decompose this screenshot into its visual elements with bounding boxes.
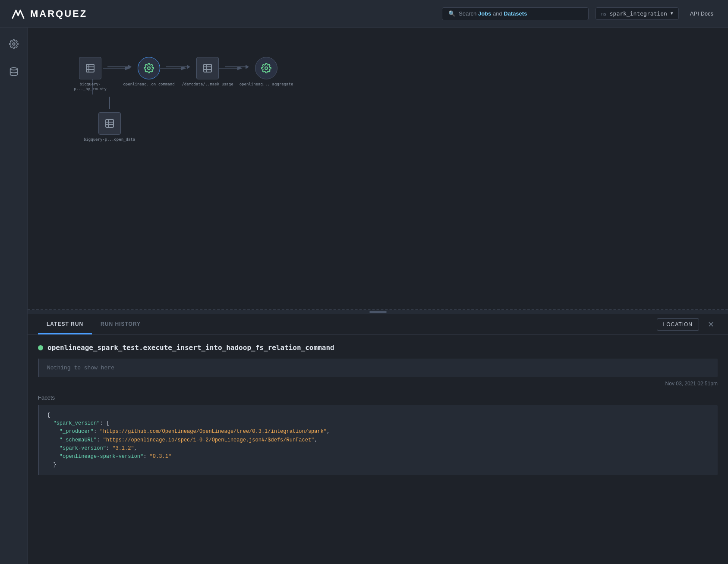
dag-line-3 [225, 66, 246, 67]
svg-rect-17 [106, 120, 113, 127]
dag-line-1 [107, 66, 128, 67]
job-icon-2 [144, 63, 154, 73]
dag-node-box-2[interactable] [138, 57, 160, 79]
timestamp-row: Nov 03, 2021 02:51pm [38, 381, 718, 387]
header: MARQUEZ 🔍 Search Jobs and Datasets ns sp… [0, 0, 728, 28]
panel-resize-handle[interactable] [28, 310, 728, 314]
svg-point-11 [148, 67, 150, 69]
dataset-icon-5 [104, 118, 115, 129]
dag-node-1[interactable]: bigquery-p..._by_county [73, 57, 107, 91]
panel-tabs: LATEST RUN RUN HISTORY LOCATION ✕ [28, 314, 728, 335]
search-bar[interactable]: 🔍 Search Jobs and Datasets [442, 7, 589, 20]
main-layout: bigquery-p..._by_county openlineag [0, 28, 728, 564]
ns-label: ns [601, 11, 606, 16]
dag-node-box-4[interactable] [255, 57, 277, 79]
dag-node-box-1[interactable] [79, 57, 101, 79]
dag-node-box-3[interactable] [196, 57, 219, 79]
logo-text: MARQUEZ [30, 8, 87, 19]
search-label: Search Jobs and Datasets [459, 10, 527, 17]
dag-label-5: bigquery-p...open_data [84, 137, 135, 142]
dag-row: bigquery-p..._by_county openlineag [73, 57, 284, 91]
dag-arrow-2 [187, 65, 190, 69]
empty-message: Nothing to show here [47, 365, 114, 371]
dag-node-2[interactable]: openlineag..on_command [132, 57, 166, 87]
panel-divider-handle [369, 311, 387, 313]
marquez-logo-icon [10, 6, 26, 22]
logo-area: MARQUEZ [10, 6, 87, 22]
search-icon: 🔍 [448, 10, 455, 17]
dag-connector-3 [225, 65, 249, 69]
dag-node-4[interactable]: openlineag..._aggregate [249, 57, 284, 87]
dag-label-1: bigquery-p..._by_county [73, 82, 107, 91]
facets-label: Facets [38, 394, 718, 401]
empty-message-block: Nothing to show here [38, 359, 718, 377]
dag-arrow-1 [128, 65, 132, 69]
search-jobs-highlight: Jobs [478, 10, 491, 17]
content-area: bigquery-p..._by_county openlineag [28, 28, 728, 564]
job-title: openlineage_spark_test.execute_insert_in… [47, 343, 334, 352]
dag-node-5[interactable]: bigquery-p...open_data [84, 97, 135, 142]
facets-code-block: { "spark_version": { "_producer": "https… [38, 405, 718, 475]
dag-node-3[interactable]: /demodata/..mask_usage [190, 57, 225, 87]
dag-node-box-5[interactable] [98, 112, 121, 135]
chevron-down-icon: ▼ [671, 11, 673, 16]
dag-connector-2 [166, 65, 190, 69]
job-icon-4 [261, 63, 271, 73]
panel-content: openlineage_spark_test.execute_insert_in… [28, 335, 728, 484]
dag-label-4: openlineag..._aggregate [240, 82, 293, 87]
bottom-panel: LATEST RUN RUN HISTORY LOCATION ✕ openli… [28, 314, 728, 564]
ns-value: spark_integration [610, 10, 667, 17]
namespace-selector[interactable]: ns spark_integration ▼ [596, 7, 679, 20]
graph-area: bigquery-p..._by_county openlineag [28, 28, 728, 310]
tab-latest-run[interactable]: LATEST RUN [38, 314, 92, 334]
api-docs-button[interactable]: API Docs [686, 8, 718, 19]
dag-branch-line [109, 97, 110, 109]
sidebar-item-datasets[interactable] [6, 64, 22, 79]
job-title-row: openlineage_spark_test.execute_insert_in… [38, 343, 718, 352]
close-panel-button[interactable]: ✕ [704, 318, 718, 331]
sidebar-item-settings[interactable] [6, 36, 22, 52]
status-dot [38, 345, 43, 350]
tab-run-history[interactable]: RUN HISTORY [92, 314, 149, 334]
svg-point-0 [13, 43, 15, 45]
svg-rect-7 [86, 64, 94, 72]
dag-arrow-3 [246, 65, 249, 69]
sidebar [0, 28, 28, 564]
svg-point-16 [265, 67, 268, 69]
location-button[interactable]: LOCATION [657, 318, 699, 331]
svg-point-1 [10, 68, 17, 70]
svg-rect-12 [204, 64, 211, 72]
dag-line-2 [166, 66, 187, 67]
dag-connector-1 [107, 65, 132, 69]
dag-label-2: openlineag..on_command [123, 82, 174, 87]
dag-label-3: /demodata/..mask_usage [182, 82, 233, 87]
dataset-icon-3 [202, 63, 213, 73]
timestamp: Nov 03, 2021 02:51pm [665, 381, 718, 387]
search-datasets-highlight: Datasets [504, 10, 527, 17]
dataset-icon-1 [85, 63, 95, 73]
